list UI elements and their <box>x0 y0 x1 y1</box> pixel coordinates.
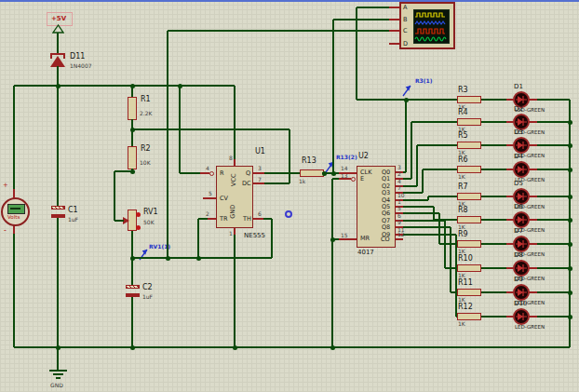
resistor-r11[interactable] <box>457 289 481 296</box>
probe-r3-label: R3(1) <box>415 78 432 84</box>
schematic-canvas[interactable]: +5V D11 1N4007 + - Volts C1 1uF <box>0 0 579 392</box>
resistor-r8[interactable] <box>457 216 481 223</box>
u1-pin-dc: DC <box>242 181 251 187</box>
led-ref: D6 <box>514 204 523 210</box>
junction-dot <box>568 218 572 223</box>
wire <box>403 234 456 236</box>
vcc-label: +5V <box>51 16 66 22</box>
led-diode-icon <box>516 165 527 174</box>
pin-stub <box>253 218 263 220</box>
wire <box>131 231 133 258</box>
junction-dot <box>568 168 572 172</box>
junction-dot <box>166 256 170 261</box>
c1-ref: C1 <box>68 207 78 214</box>
resistor-ref: R8 <box>458 207 468 214</box>
wire <box>167 31 168 258</box>
led-ref: D4 <box>514 154 523 160</box>
pot-adjust-down[interactable] <box>136 225 141 230</box>
pin-stub <box>234 159 236 166</box>
junction-dot <box>130 345 135 350</box>
pin-stub <box>208 218 216 220</box>
resistor-r10[interactable] <box>457 264 481 272</box>
r2-ref: R2 <box>141 145 151 153</box>
r13-value: 1k <box>299 179 305 184</box>
wire <box>406 99 457 101</box>
diode-ref: D11 <box>70 53 85 61</box>
resistor-r9[interactable] <box>457 240 481 248</box>
u1-pin-gnd: GND <box>230 205 236 219</box>
junction-dot <box>568 195 572 199</box>
wire <box>403 192 423 194</box>
resistor-r3[interactable] <box>457 96 481 103</box>
led-ref: D3 <box>514 129 523 136</box>
wire <box>13 86 15 197</box>
wire <box>403 206 434 208</box>
wire <box>131 258 133 285</box>
wire <box>537 243 570 245</box>
wire <box>114 220 124 222</box>
u2-pin-name: Q8 <box>382 224 390 231</box>
pin-stub <box>529 144 537 146</box>
led-ref: D1 <box>514 84 523 90</box>
junction-dot <box>568 143 572 148</box>
led-diode-icon <box>516 239 527 249</box>
rv1-ref: RV1 <box>143 209 158 216</box>
wire <box>333 19 389 20</box>
wire <box>537 267 570 269</box>
junction-dot <box>568 120 572 125</box>
junction-dot <box>130 128 135 132</box>
wire <box>264 182 290 184</box>
pin-stub <box>529 243 537 245</box>
resistor-ref: R10 <box>458 255 473 263</box>
resistor-r12[interactable] <box>457 313 481 320</box>
pin-stub <box>389 30 399 32</box>
u2-enable-bubble <box>351 177 356 182</box>
wire <box>198 218 208 220</box>
pin-stub <box>200 172 209 174</box>
resistor-r4[interactable] <box>457 118 481 126</box>
led-ref: D10 <box>514 301 527 307</box>
scope-ch-d: D <box>403 41 408 47</box>
wire <box>332 20 334 173</box>
led-diode-icon <box>516 312 527 321</box>
c2-ref: C2 <box>142 284 153 291</box>
pot-adjust-up[interactable] <box>136 212 141 217</box>
wire <box>132 128 290 130</box>
wire <box>480 144 506 146</box>
wire <box>14 346 570 348</box>
pin-stub <box>529 196 537 197</box>
wire <box>179 86 181 173</box>
wire <box>537 144 570 146</box>
pin-stub <box>339 178 351 180</box>
junction-dot <box>568 315 572 319</box>
wire <box>537 316 570 318</box>
u2-pin-number: 9 <box>397 220 401 225</box>
wire <box>403 220 445 222</box>
led-diode-icon <box>516 288 527 297</box>
pin-stub <box>389 7 399 8</box>
resistor-ref: R6 <box>458 156 468 164</box>
led-ref: D5 <box>514 181 523 187</box>
pin-stub <box>529 99 537 101</box>
wire <box>455 235 457 317</box>
resistor-ref: R12 <box>458 304 473 311</box>
led-diode-icon <box>516 117 527 127</box>
resistor-value: 1K <box>458 174 465 180</box>
u2-pin-number: 7 <box>397 185 401 191</box>
wire <box>13 227 15 347</box>
resistor-r6[interactable] <box>457 166 481 173</box>
wire <box>356 7 357 100</box>
diode-value: 1N4007 <box>70 63 92 69</box>
wire <box>423 169 457 170</box>
resistor-r5[interactable] <box>457 142 481 149</box>
resistor-r7[interactable] <box>457 193 481 200</box>
junction-dot <box>56 345 61 350</box>
resistor-ref: R3 <box>458 87 468 94</box>
wire <box>57 66 59 86</box>
wire <box>357 7 389 8</box>
wire <box>438 213 440 244</box>
wire <box>537 196 570 197</box>
r2-value: 10K <box>140 160 151 166</box>
u1-pin-q: Q <box>246 170 250 177</box>
wire <box>537 219 570 221</box>
